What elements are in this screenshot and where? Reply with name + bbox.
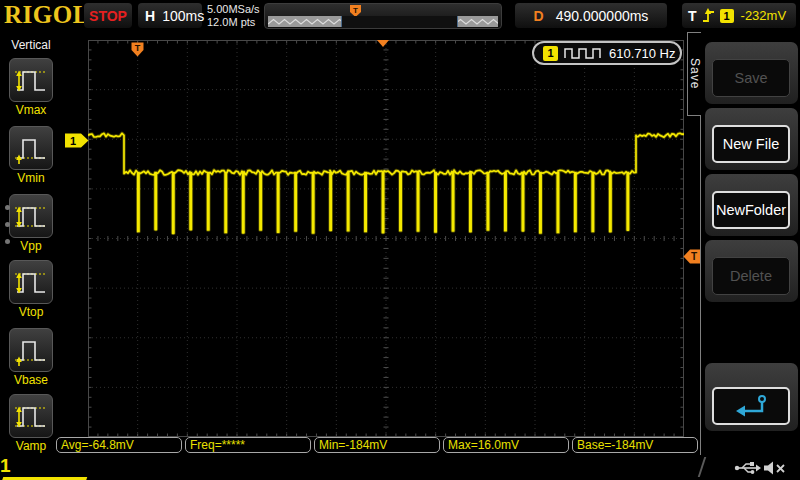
view-window[interactable] xyxy=(341,16,458,27)
sidebar-item-label: Vtop xyxy=(0,305,62,319)
sidebar-item-vmin[interactable]: Vmin xyxy=(0,126,62,185)
counter-value: 610.710 Hz xyxy=(609,46,676,61)
menu-button-newfolder[interactable]: NewFolder xyxy=(712,191,790,229)
memory-depth: 12.0M pts xyxy=(207,16,260,29)
memory-bar xyxy=(268,16,498,27)
measurement-bar: Avg=-64.8mVFreq=*****Min=-184mVMax=16.0m… xyxy=(56,437,698,453)
sidebar-item-label: Vmin xyxy=(0,171,62,185)
sidebar-item-label: Vamp xyxy=(0,439,62,453)
menu-button-delete[interactable]: Delete xyxy=(712,257,790,295)
sidebar-item-vtop[interactable]: Vtop xyxy=(0,260,62,319)
display-area: T 1 610.710 Hz 1 T xyxy=(62,32,700,455)
counter-source-badge: 1 xyxy=(543,46,558,61)
acquisition-info: 5.00MSa/s 12.0M pts xyxy=(207,3,260,29)
measurement-2: Freq=***** xyxy=(185,437,311,453)
timebase-value: 100ms xyxy=(162,8,204,24)
separator xyxy=(698,457,706,477)
menu-slot: New File xyxy=(705,108,798,170)
measurement-5: Base=-184mV xyxy=(572,437,698,453)
trigger-label: T xyxy=(688,8,697,24)
menu-button-return[interactable] xyxy=(712,387,790,425)
trigger-position-marker[interactable]: T xyxy=(131,42,144,57)
rising-edge-icon xyxy=(702,7,715,24)
sidebar-item-vmax[interactable]: Vmax xyxy=(0,58,62,117)
vtop-icon xyxy=(9,260,53,304)
vmax-icon xyxy=(9,58,53,102)
sidebar-item-vamp[interactable]: Vamp xyxy=(0,394,62,453)
sidebar-item-label: Vbase xyxy=(0,373,62,387)
speaker-muted-icon[interactable] xyxy=(763,460,787,476)
menu-button-new-file[interactable]: New File xyxy=(712,125,790,163)
vmin-icon xyxy=(9,126,53,170)
sidebar-item-label: Vmax xyxy=(0,103,62,117)
vbase-icon xyxy=(9,328,53,372)
svg-text:1: 1 xyxy=(70,135,76,147)
menu-tab-label: Save xyxy=(688,58,702,89)
svg-text:T: T xyxy=(353,6,358,15)
menu-slot: Save xyxy=(705,42,798,104)
menu-slot: NewFolder xyxy=(705,174,798,236)
measurement-1: Avg=-64.8mV xyxy=(56,437,182,453)
measurement-4: Max=16.0mV xyxy=(443,437,569,453)
oscilloscope-screen: RIGOL STOP H 100ms 5.00MSa/s 12.0M pts T… xyxy=(0,0,800,480)
run-state-indicator[interactable]: STOP xyxy=(84,3,132,28)
menu-button-save[interactable]: Save xyxy=(712,59,790,97)
vamp-icon xyxy=(9,394,53,438)
menu-slot: Delete xyxy=(705,240,798,302)
delay-label: D xyxy=(534,8,544,24)
usb-icon xyxy=(734,461,762,475)
trigger-time-marker-icon[interactable] xyxy=(377,40,389,47)
menu-slot xyxy=(705,363,798,431)
channel1-level-marker[interactable]: 1 xyxy=(65,133,89,148)
channel-status-bar: 1100mV21.00 V31.00 V450.0mV xyxy=(0,455,800,480)
delay-value: 490.000000ms xyxy=(556,8,649,24)
square-wave-icon xyxy=(564,46,602,61)
channel-1-number[interactable]: 1 xyxy=(0,455,11,476)
trigger-level-value: -232mV xyxy=(741,8,787,23)
vpp-icon xyxy=(9,194,53,238)
brand-logo: RIGOL xyxy=(4,1,90,29)
sample-rate: 5.00MSa/s xyxy=(207,3,260,16)
graticule-and-waveform xyxy=(88,40,684,437)
left-menu-title: Vertical xyxy=(0,32,62,52)
return-arrow-icon xyxy=(734,393,768,419)
sidebar-item-vbase[interactable]: Vbase xyxy=(0,328,62,387)
horizontal-timebase-readout[interactable]: H 100ms xyxy=(138,3,202,28)
page-indicator-dots xyxy=(5,205,10,256)
svg-text:T: T xyxy=(691,251,697,262)
horizontal-label: H xyxy=(145,8,155,24)
top-status-bar: RIGOL STOP H 100ms 5.00MSa/s 12.0M pts T… xyxy=(0,0,800,32)
trigger-source-badge: 1 xyxy=(720,9,734,23)
measurement-3: Min=-184mV xyxy=(314,437,440,453)
frequency-counter: 1 610.710 Hz xyxy=(532,41,682,65)
left-menu: Vertical VmaxVminVppVtopVbaseVamp xyxy=(0,32,63,437)
waveform-overview-strip[interactable]: T xyxy=(264,3,502,29)
right-menu: Save SaveNew FileNewFolderDelete xyxy=(700,32,800,455)
delay-readout[interactable]: D 490.000000ms xyxy=(515,3,667,28)
trigger-level-marker[interactable]: T xyxy=(683,249,701,264)
trigger-readout[interactable]: T 1 -232mV xyxy=(682,3,796,28)
menu-tab-save: Save xyxy=(687,32,701,116)
svg-text:T: T xyxy=(135,43,141,53)
